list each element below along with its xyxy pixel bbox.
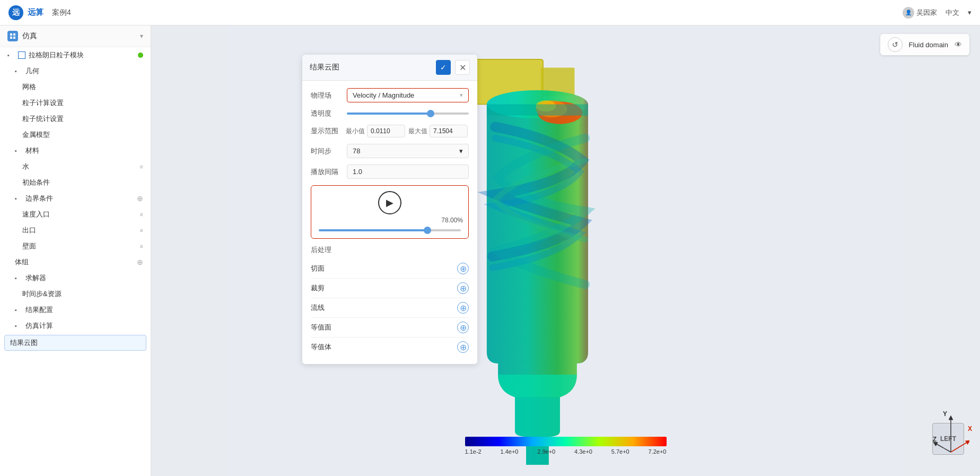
range-label: 显示范围 [311,126,343,136]
result-panel-header: 结果云图 ✓ ✕ [302,55,477,81]
lines-icon: ≡ [140,163,143,170]
colorbar-labels: 1.1e-2 1.4e+0 2.9e+0 4.3e+0 5.7e+0 7.2e+… [465,448,667,455]
sidebar-item-label: 体组 [15,257,29,267]
sidebar-item-label: 结果配置 [25,305,53,315]
sidebar-item-label: 粒子计算设置 [22,98,64,108]
sidebar-item-initial-cond[interactable]: 初始条件 [0,175,151,191]
interval-select: 1.0 [347,165,469,179]
sidebar-item-mesh[interactable]: 网格 [0,79,151,95]
result-panel: 结果云图 ✓ ✕ 物理场 Velocity / Magnitude ▾ [302,55,477,364]
confirm-button[interactable]: ✓ [436,60,451,75]
plus-icon[interactable]: ⊕ [137,194,143,203]
range-max-input[interactable] [430,125,468,137]
close-button[interactable]: ✕ [455,60,470,75]
axes-widget: LEFT X Y Z [922,412,969,460]
timestep-row: 时间步 78 ▾ [311,144,469,158]
expand-icon: ▪ [7,52,15,58]
expand-icon: ▪ [15,275,22,281]
sidebar-item-timestep[interactable]: 时间步&资源 [0,286,151,302]
sidebar-item-particle-stat[interactable]: 粒子统计设置 [0,111,151,127]
sidebar-item-label: 材料 [25,146,39,155]
timestep-select[interactable]: 78 ▾ [347,144,469,158]
content-area: ↺ Fluid domain 👁 结果云图 ✓ ✕ 物 [151,25,980,476]
sidebar-header-label: 仿真 [7,31,37,41]
sidebar-item-material[interactable]: ▪ 材料 [0,143,151,159]
postprocess-title: 后处理 [311,245,469,255]
sidebar-item-label: 壁面 [22,241,36,251]
timestep-label: 时间步 [311,146,343,156]
opacity-slider-wrapper [347,112,469,115]
add-clip-button[interactable]: ⊕ [457,282,469,294]
sidebar-collapse-icon[interactable]: ▾ [140,32,143,40]
sidebar-item-lagrange[interactable]: ▪ 拉格朗日粒子模块 [0,47,151,63]
sidebar-item-label: 边界条件 [25,194,53,203]
timestep-arrow: ▾ [459,147,463,155]
sidebar-item-result-config[interactable]: ▪ 结果配置 [0,302,151,318]
playback-section: ▶ 78.00% [311,185,469,239]
result-panel-actions: ✓ ✕ [436,60,470,75]
add-streamline-button[interactable]: ⊕ [457,302,469,314]
add-isosurface-button[interactable]: ⊕ [457,322,469,333]
sidebar-item-metal-model[interactable]: 金属模型 [0,127,151,143]
interval-label: 播放间隔 [311,167,343,177]
result-panel-body: 物理场 Velocity / Magnitude ▾ 透明度 显示范围 [302,81,477,364]
sidebar-item-label: 拉格朗日粒子模块 [29,50,84,60]
interval-row: 播放间隔 1.0 [311,165,469,179]
user-avatar: 👤 [903,7,914,19]
range-max-item: 最大值 [408,125,468,137]
play-icon: ▶ [386,197,393,209]
colorbar-label-0: 1.1e-2 [465,448,482,455]
sidebar-item-label: 速度入口 [22,210,50,219]
svg-line-15 [935,443,951,452]
sidebar-item-wall[interactable]: 壁面 ≡ [0,238,151,254]
user-name: 吴因家 [916,8,937,18]
sidebar-item-velocity-inlet[interactable]: 速度入口 ≡ [0,206,151,222]
svg-line-14 [951,442,968,452]
plus-icon[interactable]: ⊕ [137,258,143,266]
range-min-input[interactable] [367,125,405,137]
sidebar-item-label: 几何 [25,66,39,76]
sidebar-item-volume[interactable]: 体组 ⊕ [0,254,151,270]
sidebar-item-label: 结果云图 [10,338,38,348]
add-cut-button[interactable]: ⊕ [457,263,469,274]
lang-switch[interactable]: 中文 [946,8,959,18]
postprocess-section: 后处理 切面 ⊕ 裁剪 ⊕ 流线 ⊕ 等值面 ⊕ [311,245,469,357]
sidebar-item-boundary[interactable]: ▪ 边界条件 ⊕ [0,191,151,206]
sidebar-header: 仿真 ▾ [0,25,151,47]
progress-row: 78.00% [317,217,463,224]
sidebar-header-icon [7,31,18,41]
result-panel-title: 结果云图 [310,63,339,72]
sidebar-item-water[interactable]: 水 ≡ [0,159,151,175]
svg-rect-2 [10,37,12,39]
sidebar-item-particle-calc[interactable]: 粒子计算设置 [0,95,151,111]
timestep-value: 78 [353,147,360,155]
3d-viewer [151,25,980,476]
sidebar-item-sim-calc[interactable]: ▪ 仿真计算 [0,318,151,334]
postprocess-label: 切面 [311,264,325,273]
expand-icon: ▪ [15,323,22,329]
expand-icon: ▪ [15,148,22,154]
add-isovolume-button[interactable]: ⊕ [457,341,469,353]
play-button[interactable]: ▶ [378,191,401,214]
playback-slider[interactable] [319,229,461,231]
module-icon [18,51,25,59]
sidebar-item-label: 仿真计算 [25,321,53,331]
svg-rect-3 [13,37,15,39]
progress-pct: 78.00% [441,217,463,224]
axes-svg [922,412,969,460]
sidebar-item-solver[interactable]: ▪ 求解器 [0,270,151,286]
sidebar-title: 仿真 [22,31,37,41]
user-info[interactable]: 👤 吴因家 [903,7,937,19]
opacity-slider[interactable] [347,112,469,115]
sidebar-item-geometry[interactable]: ▪ 几何 [0,63,151,79]
svg-rect-0 [10,33,12,36]
field-select[interactable]: Velocity / Magnitude ▾ [347,88,469,102]
sidebar-item-outlet[interactable]: 出口 ≡ [0,222,151,238]
domain-label: Fluid domain [909,41,948,49]
eye-icon[interactable]: 👁 [955,40,962,49]
lang-chevron: ▾ [968,8,972,16]
case-name: 案例4 [52,8,71,18]
colorbar-label-5: 7.2e+0 [649,448,667,455]
refresh-button[interactable]: ↺ [888,37,903,52]
sidebar-item-result-cloud[interactable]: 结果云图 [4,335,146,351]
